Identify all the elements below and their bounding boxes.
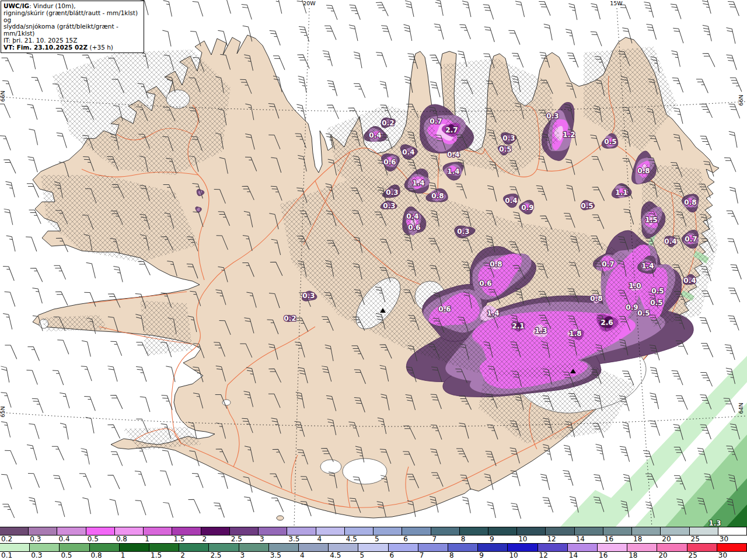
scale-tick-label: 16: [599, 552, 608, 559]
precip-value-label: 0.7: [602, 260, 614, 268]
scale-tick-label: 0.2: [1, 536, 12, 542]
scale-tick-label: 14: [576, 536, 585, 542]
scale-segment: [0, 544, 30, 551]
precip-value-label: 0.6: [408, 223, 420, 232]
precip-value-label: 0.4: [683, 276, 696, 285]
precip-value-label: 0.6: [383, 158, 396, 166]
scale-segment: [546, 527, 574, 535]
precip-value-label: 0.8: [490, 260, 502, 268]
scale-segment: [657, 544, 687, 551]
precip-value-label: 1.4: [487, 309, 499, 317]
precip-value-label: 1.8: [569, 330, 581, 338]
scale-tick-label: 4: [317, 536, 322, 542]
scale-segment: [239, 544, 269, 551]
precip-value-label: 2.1: [512, 322, 524, 330]
graticule-label: 20W: [303, 0, 316, 6]
scale-segment: [329, 544, 358, 551]
scale-tick-label: 1: [121, 552, 125, 559]
precip-value-label: 0.4: [664, 237, 676, 246]
scale-tick-label: 0.3: [30, 536, 41, 542]
precip-value-label: 0.3: [386, 188, 398, 197]
precip-value-label: 0.4: [447, 150, 459, 159]
title-line-sleet: slydda/snjókoma (grátt/bleikt/grænt - mm…: [4, 23, 141, 37]
scale-tick-label: 0.1: [1, 552, 12, 559]
precip-value-label: 0.8: [684, 198, 696, 206]
scale-segment: [478, 544, 508, 551]
scale-tick-label: 12: [547, 536, 556, 542]
colour-scales: 0.20.30.40.50.811.522.533.544.5567891012…: [0, 527, 747, 559]
map-canvas: 0.40.20.72.70.40.60.41.41.40.30.80.30.40…: [0, 0, 747, 527]
precip-value-label: 0.5: [604, 138, 616, 146]
scale-segment: [374, 527, 402, 535]
scale-tick-label: 25: [689, 552, 697, 559]
scale-tick-label: 4.5: [346, 536, 357, 542]
precip-value-label: 1.4: [412, 179, 424, 187]
precip-value-label: 1.3: [535, 327, 547, 335]
graticule-label: 15W: [610, 0, 623, 6]
precip-value-label: 0.5: [637, 309, 650, 317]
scale-segment: [316, 527, 345, 535]
scale-tick-label: 18: [629, 552, 637, 559]
precip-value-label: 0.4: [505, 197, 517, 205]
scale-tick-label: 14: [569, 552, 578, 559]
scale-tick-label: 9: [479, 552, 484, 559]
scale-tick-label: 6: [390, 552, 395, 559]
scale-tick-label: 1: [145, 536, 149, 542]
scale-segment: [179, 544, 209, 551]
precip-value-label: 2.6: [601, 318, 613, 327]
scale-tick-label: 18: [633, 536, 642, 542]
scale-segment: [418, 544, 448, 551]
scale-segment: [718, 527, 747, 535]
scale-segment: [299, 544, 329, 551]
scale-segment: [86, 527, 115, 535]
precip-value-label: 0.3: [302, 292, 315, 300]
scale-segment: [29, 527, 57, 535]
scale-segment: [575, 527, 603, 535]
precip-value-label: 0.7: [685, 235, 697, 243]
scale-tick-label: 8: [461, 536, 466, 542]
weather-map-screen: 0.40.20.72.70.40.60.41.41.40.30.80.30.40…: [0, 0, 747, 560]
scale-tick-label: 0.8: [116, 536, 127, 542]
scale-segment: [60, 544, 89, 551]
precip-value-label: 0.8: [637, 167, 650, 175]
rain-scale-labels: 0.10.30.50.811.522.533.544.5567891012141…: [0, 552, 747, 559]
scale-segment: [568, 544, 598, 551]
scale-tick-label: 1.5: [151, 552, 162, 559]
scale-tick-label: 30: [720, 536, 728, 542]
graticule-label: 66N: [0, 90, 6, 102]
scale-segment: [389, 544, 418, 551]
scale-segment: [687, 544, 717, 551]
precip-value-label: 0.6: [479, 279, 491, 288]
precip-value-label: 0.7: [430, 117, 442, 125]
scale-segment: [661, 527, 689, 535]
scale-tick-label: 2.5: [231, 536, 242, 542]
scale-segment: [460, 527, 488, 535]
scale-segment: [230, 527, 259, 535]
scale-segment: [120, 544, 149, 551]
scale-segment: [632, 527, 661, 535]
scale-tick-label: 0.5: [88, 536, 99, 542]
scale-segment: [345, 527, 374, 535]
title-box: UWC/IG: Vindur (10m), rigning/skúrir (gr…: [1, 1, 144, 53]
precip-value-label: 1.1: [615, 188, 627, 197]
scale-segment: [149, 544, 179, 551]
scale-tick-label: 3: [240, 552, 245, 559]
scale-tick-label: 3: [260, 536, 264, 542]
scale-tick-label: 6: [403, 536, 408, 542]
scale-tick-label: 5: [359, 552, 364, 559]
precip-value-label: 1.4: [641, 262, 654, 270]
scale-segment: [269, 544, 299, 551]
precip-value-label: 1.5: [645, 216, 657, 224]
precip-value-label: 0.3: [383, 202, 395, 210]
precip-value-label: 0.9: [521, 204, 533, 212]
scale-tick-label: 16: [605, 536, 613, 542]
scale-tick-label: 0.4: [58, 536, 69, 542]
scale-tick-label: 20: [658, 552, 667, 559]
scale-segment: [287, 527, 316, 535]
precip-value-label: 0.4: [406, 212, 418, 220]
scale-tick-label: 9: [490, 536, 494, 542]
scale-segment: [690, 527, 718, 535]
precip-value-label: 0.3: [546, 112, 558, 120]
scale-segment: [603, 527, 632, 535]
scale-segment: [30, 544, 60, 551]
